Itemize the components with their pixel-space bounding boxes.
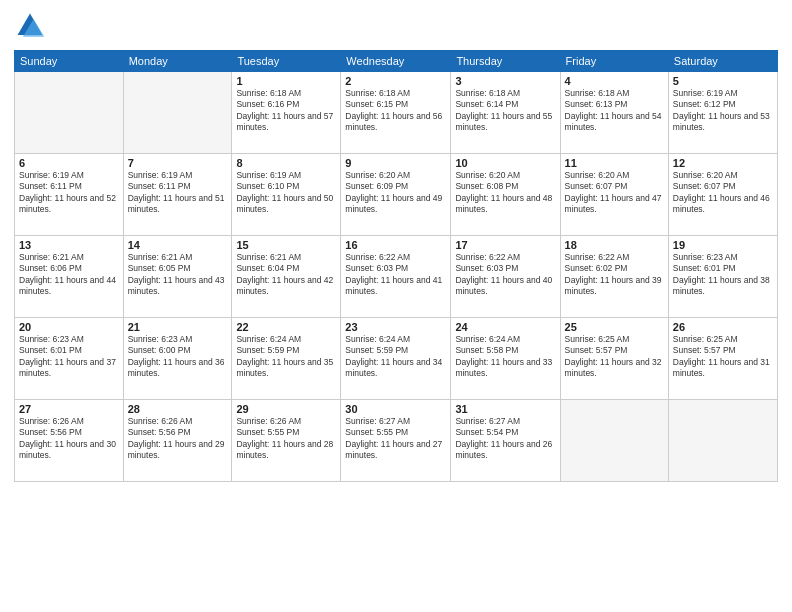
calendar-cell: 13Sunrise: 6:21 AMSunset: 6:06 PMDayligh…	[15, 236, 124, 318]
day-info: Sunrise: 6:21 AMSunset: 6:06 PMDaylight:…	[19, 252, 119, 298]
page: SundayMondayTuesdayWednesdayThursdayFrid…	[0, 0, 792, 612]
calendar-cell: 14Sunrise: 6:21 AMSunset: 6:05 PMDayligh…	[123, 236, 232, 318]
day-number: 22	[236, 321, 336, 333]
day-info: Sunrise: 6:24 AMSunset: 5:59 PMDaylight:…	[345, 334, 446, 380]
day-info: Sunrise: 6:20 AMSunset: 6:07 PMDaylight:…	[565, 170, 664, 216]
calendar-cell: 28Sunrise: 6:26 AMSunset: 5:56 PMDayligh…	[123, 400, 232, 482]
logo	[14, 10, 50, 42]
day-number: 8	[236, 157, 336, 169]
day-info: Sunrise: 6:27 AMSunset: 5:55 PMDaylight:…	[345, 416, 446, 462]
day-number: 7	[128, 157, 228, 169]
day-info: Sunrise: 6:26 AMSunset: 5:56 PMDaylight:…	[19, 416, 119, 462]
day-number: 12	[673, 157, 773, 169]
calendar-cell: 23Sunrise: 6:24 AMSunset: 5:59 PMDayligh…	[341, 318, 451, 400]
calendar-cell: 12Sunrise: 6:20 AMSunset: 6:07 PMDayligh…	[668, 154, 777, 236]
day-info: Sunrise: 6:24 AMSunset: 5:58 PMDaylight:…	[455, 334, 555, 380]
calendar-header-tuesday: Tuesday	[232, 51, 341, 72]
day-number: 9	[345, 157, 446, 169]
calendar-cell: 22Sunrise: 6:24 AMSunset: 5:59 PMDayligh…	[232, 318, 341, 400]
calendar-cell	[668, 400, 777, 482]
calendar-week-5: 27Sunrise: 6:26 AMSunset: 5:56 PMDayligh…	[15, 400, 778, 482]
calendar-cell: 30Sunrise: 6:27 AMSunset: 5:55 PMDayligh…	[341, 400, 451, 482]
day-info: Sunrise: 6:18 AMSunset: 6:13 PMDaylight:…	[565, 88, 664, 134]
day-info: Sunrise: 6:20 AMSunset: 6:08 PMDaylight:…	[455, 170, 555, 216]
day-info: Sunrise: 6:22 AMSunset: 6:02 PMDaylight:…	[565, 252, 664, 298]
day-number: 23	[345, 321, 446, 333]
day-number: 15	[236, 239, 336, 251]
calendar-cell: 20Sunrise: 6:23 AMSunset: 6:01 PMDayligh…	[15, 318, 124, 400]
calendar-cell: 15Sunrise: 6:21 AMSunset: 6:04 PMDayligh…	[232, 236, 341, 318]
day-number: 11	[565, 157, 664, 169]
calendar-cell: 9Sunrise: 6:20 AMSunset: 6:09 PMDaylight…	[341, 154, 451, 236]
day-info: Sunrise: 6:19 AMSunset: 6:11 PMDaylight:…	[19, 170, 119, 216]
calendar-cell: 1Sunrise: 6:18 AMSunset: 6:16 PMDaylight…	[232, 72, 341, 154]
calendar-cell: 3Sunrise: 6:18 AMSunset: 6:14 PMDaylight…	[451, 72, 560, 154]
day-number: 6	[19, 157, 119, 169]
day-number: 20	[19, 321, 119, 333]
calendar-cell: 2Sunrise: 6:18 AMSunset: 6:15 PMDaylight…	[341, 72, 451, 154]
header	[14, 10, 778, 42]
calendar-cell	[123, 72, 232, 154]
day-info: Sunrise: 6:21 AMSunset: 6:05 PMDaylight:…	[128, 252, 228, 298]
calendar-cell	[560, 400, 668, 482]
day-info: Sunrise: 6:21 AMSunset: 6:04 PMDaylight:…	[236, 252, 336, 298]
calendar-header-thursday: Thursday	[451, 51, 560, 72]
calendar-header-saturday: Saturday	[668, 51, 777, 72]
day-number: 31	[455, 403, 555, 415]
day-number: 25	[565, 321, 664, 333]
calendar-cell: 11Sunrise: 6:20 AMSunset: 6:07 PMDayligh…	[560, 154, 668, 236]
logo-icon	[14, 10, 46, 42]
day-info: Sunrise: 6:19 AMSunset: 6:10 PMDaylight:…	[236, 170, 336, 216]
day-info: Sunrise: 6:18 AMSunset: 6:14 PMDaylight:…	[455, 88, 555, 134]
calendar-header-sunday: Sunday	[15, 51, 124, 72]
day-number: 17	[455, 239, 555, 251]
day-info: Sunrise: 6:27 AMSunset: 5:54 PMDaylight:…	[455, 416, 555, 462]
calendar-header-wednesday: Wednesday	[341, 51, 451, 72]
day-info: Sunrise: 6:23 AMSunset: 6:00 PMDaylight:…	[128, 334, 228, 380]
day-info: Sunrise: 6:23 AMSunset: 6:01 PMDaylight:…	[19, 334, 119, 380]
calendar-cell: 21Sunrise: 6:23 AMSunset: 6:00 PMDayligh…	[123, 318, 232, 400]
calendar-week-4: 20Sunrise: 6:23 AMSunset: 6:01 PMDayligh…	[15, 318, 778, 400]
calendar-cell: 25Sunrise: 6:25 AMSunset: 5:57 PMDayligh…	[560, 318, 668, 400]
day-info: Sunrise: 6:26 AMSunset: 5:56 PMDaylight:…	[128, 416, 228, 462]
calendar-cell: 24Sunrise: 6:24 AMSunset: 5:58 PMDayligh…	[451, 318, 560, 400]
day-number: 13	[19, 239, 119, 251]
day-info: Sunrise: 6:19 AMSunset: 6:12 PMDaylight:…	[673, 88, 773, 134]
day-number: 2	[345, 75, 446, 87]
calendar-header-monday: Monday	[123, 51, 232, 72]
day-info: Sunrise: 6:19 AMSunset: 6:11 PMDaylight:…	[128, 170, 228, 216]
calendar-cell: 29Sunrise: 6:26 AMSunset: 5:55 PMDayligh…	[232, 400, 341, 482]
day-info: Sunrise: 6:26 AMSunset: 5:55 PMDaylight:…	[236, 416, 336, 462]
day-number: 30	[345, 403, 446, 415]
calendar-cell: 5Sunrise: 6:19 AMSunset: 6:12 PMDaylight…	[668, 72, 777, 154]
day-info: Sunrise: 6:25 AMSunset: 5:57 PMDaylight:…	[673, 334, 773, 380]
calendar-header-friday: Friday	[560, 51, 668, 72]
calendar-cell: 26Sunrise: 6:25 AMSunset: 5:57 PMDayligh…	[668, 318, 777, 400]
day-number: 1	[236, 75, 336, 87]
day-info: Sunrise: 6:20 AMSunset: 6:09 PMDaylight:…	[345, 170, 446, 216]
day-info: Sunrise: 6:22 AMSunset: 6:03 PMDaylight:…	[455, 252, 555, 298]
calendar-cell: 17Sunrise: 6:22 AMSunset: 6:03 PMDayligh…	[451, 236, 560, 318]
calendar-cell: 8Sunrise: 6:19 AMSunset: 6:10 PMDaylight…	[232, 154, 341, 236]
calendar-week-2: 6Sunrise: 6:19 AMSunset: 6:11 PMDaylight…	[15, 154, 778, 236]
calendar-cell: 27Sunrise: 6:26 AMSunset: 5:56 PMDayligh…	[15, 400, 124, 482]
calendar-cell	[15, 72, 124, 154]
day-info: Sunrise: 6:18 AMSunset: 6:16 PMDaylight:…	[236, 88, 336, 134]
day-number: 21	[128, 321, 228, 333]
day-info: Sunrise: 6:25 AMSunset: 5:57 PMDaylight:…	[565, 334, 664, 380]
day-info: Sunrise: 6:18 AMSunset: 6:15 PMDaylight:…	[345, 88, 446, 134]
calendar-cell: 4Sunrise: 6:18 AMSunset: 6:13 PMDaylight…	[560, 72, 668, 154]
day-info: Sunrise: 6:23 AMSunset: 6:01 PMDaylight:…	[673, 252, 773, 298]
day-info: Sunrise: 6:22 AMSunset: 6:03 PMDaylight:…	[345, 252, 446, 298]
calendar-cell: 6Sunrise: 6:19 AMSunset: 6:11 PMDaylight…	[15, 154, 124, 236]
day-number: 19	[673, 239, 773, 251]
day-number: 14	[128, 239, 228, 251]
calendar-cell: 31Sunrise: 6:27 AMSunset: 5:54 PMDayligh…	[451, 400, 560, 482]
day-number: 18	[565, 239, 664, 251]
calendar-cell: 10Sunrise: 6:20 AMSunset: 6:08 PMDayligh…	[451, 154, 560, 236]
day-number: 29	[236, 403, 336, 415]
calendar-week-3: 13Sunrise: 6:21 AMSunset: 6:06 PMDayligh…	[15, 236, 778, 318]
calendar-cell: 7Sunrise: 6:19 AMSunset: 6:11 PMDaylight…	[123, 154, 232, 236]
day-info: Sunrise: 6:20 AMSunset: 6:07 PMDaylight:…	[673, 170, 773, 216]
calendar-table: SundayMondayTuesdayWednesdayThursdayFrid…	[14, 50, 778, 482]
